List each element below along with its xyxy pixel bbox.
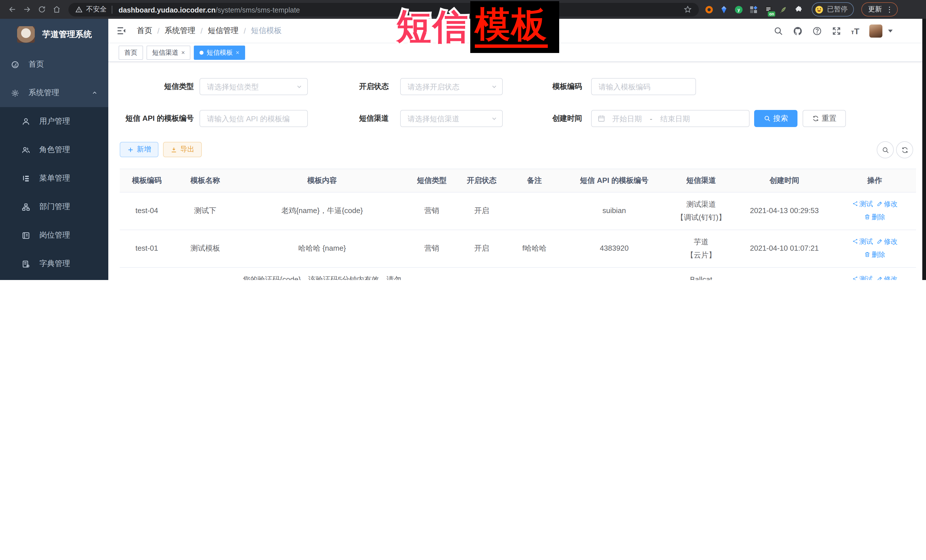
- share-icon: [852, 238, 858, 245]
- extension-list-on-icon[interactable]: on: [764, 5, 773, 14]
- close-icon[interactable]: ×: [236, 49, 239, 56]
- sms-template-table: 模板编码模板名称模板内容短信类型开启状态备注短信 API 的模板编号短信渠道创建…: [120, 169, 916, 280]
- fullscreen-icon[interactable]: [832, 26, 841, 36]
- tab-sms-template[interactable]: 短信模板×: [194, 45, 245, 60]
- breadcrumb-sms[interactable]: 短信管理: [208, 26, 239, 36]
- sidebar-item-0[interactable]: 首页: [0, 50, 108, 78]
- edit-link[interactable]: 修改: [876, 273, 897, 280]
- status-select[interactable]: [400, 78, 503, 95]
- cell-status: 开启: [456, 230, 507, 267]
- sidebar-item-7[interactable]: 字典管理: [0, 249, 108, 278]
- not-secure-warning-icon[interactable]: [75, 6, 83, 13]
- export-button[interactable]: 导出: [163, 142, 202, 157]
- breadcrumb-system[interactable]: 系统管理: [165, 26, 195, 36]
- tab-home[interactable]: 首页: [118, 45, 143, 60]
- extension-grid-icon[interactable]: [749, 5, 758, 14]
- extension-donut-icon[interactable]: [705, 5, 714, 14]
- reset-button[interactable]: 重置: [803, 110, 846, 127]
- show-search-button[interactable]: [877, 141, 894, 158]
- edit-link-label: 修改: [884, 273, 897, 280]
- template-code-input[interactable]: [592, 78, 695, 95]
- extension-gem-icon[interactable]: [719, 5, 728, 14]
- sms-type-select-input[interactable]: [200, 78, 296, 95]
- template-code-field[interactable]: [591, 78, 696, 95]
- browser-profile-chip[interactable]: 已暂停: [812, 2, 854, 17]
- sidebar-item-6[interactable]: 岗位管理: [0, 221, 108, 249]
- extension-feather-icon[interactable]: [779, 5, 788, 14]
- sms-channel-select-input[interactable]: [401, 110, 491, 127]
- dashboard-icon: [11, 60, 20, 69]
- cell-channel-tag: 【云片】: [673, 249, 729, 261]
- breadcrumb-home[interactable]: 首页: [137, 26, 152, 36]
- search-icon[interactable]: [773, 26, 783, 36]
- sidebar-item-label: 菜单管理: [39, 173, 70, 183]
- badge-icon: [22, 231, 30, 240]
- sidebar-item-2[interactable]: 用户管理: [0, 107, 108, 136]
- sidebar-item-1[interactable]: 系统管理: [0, 78, 108, 107]
- extension-puzzle-icon[interactable]: [793, 5, 803, 14]
- sms-type-select[interactable]: [200, 78, 308, 95]
- browser-reload-icon[interactable]: [35, 3, 48, 16]
- user-icon: [22, 117, 30, 125]
- kebab-menu-icon[interactable]: ⋮: [886, 6, 893, 13]
- sidebar-item-5[interactable]: 部门管理: [0, 193, 108, 221]
- test-link[interactable]: 测试: [852, 273, 873, 280]
- close-icon[interactable]: ×: [181, 49, 185, 56]
- browser-back-icon[interactable]: [5, 3, 19, 16]
- sms-channel-select[interactable]: [400, 110, 503, 127]
- cell-channel-name: 测试渠道: [673, 199, 729, 211]
- tab-sms-channel[interactable]: 短信渠道×: [147, 45, 191, 60]
- chevron-down-icon[interactable]: [888, 29, 893, 32]
- search-button[interactable]: 搜索: [754, 110, 797, 127]
- github-icon[interactable]: [793, 26, 803, 36]
- refresh-button[interactable]: [896, 141, 913, 158]
- extension-on-badge: on: [768, 11, 775, 16]
- cell-name: 测试模板: [174, 230, 236, 267]
- cell-remark: [507, 267, 561, 280]
- test-link[interactable]: 测试: [852, 235, 873, 247]
- delete-link[interactable]: 删除: [864, 249, 885, 260]
- table-row: test_02公告通知您的验证码{code}，该验证码5分钟内有效，请勿泄漏于他…: [120, 267, 916, 280]
- app-logo-row[interactable]: 芋道管理系统: [0, 19, 108, 50]
- tab-label: 短信渠道: [152, 48, 179, 57]
- font-size-icon[interactable]: тT: [851, 26, 859, 36]
- browser-toolbar: 不安全 dashboard.yudao.iocoder.cn/system/sm…: [0, 0, 926, 19]
- edit-link[interactable]: 修改: [876, 235, 897, 247]
- app-header: 首页 / 系统管理 / 短信管理 / 短信模板 тT: [108, 19, 922, 43]
- column-header-1: 模板名称: [174, 169, 236, 192]
- cell-actions: 测试修改删除: [834, 267, 916, 280]
- sidebar: 芋道管理系统 首页系统管理用户管理角色管理菜单管理部门管理岗位管理字典管理通知公…: [0, 19, 108, 280]
- sidebar-item-8[interactable]: 通知公告: [0, 278, 108, 280]
- end-date-input[interactable]: [654, 110, 697, 127]
- sidebar-collapse-icon[interactable]: [116, 26, 127, 36]
- sidebar-item-label: 用户管理: [39, 116, 70, 127]
- bookmark-star-icon[interactable]: [684, 5, 692, 14]
- test-link[interactable]: 测试: [852, 198, 873, 210]
- sidebar-item-3[interactable]: 角色管理: [0, 136, 108, 164]
- browser-home-icon[interactable]: [50, 3, 63, 16]
- address-bar[interactable]: 不安全 dashboard.yudao.iocoder.cn/system/sm…: [68, 3, 699, 16]
- sidebar-item-4[interactable]: 菜单管理: [0, 164, 108, 193]
- start-date-input[interactable]: [605, 110, 649, 127]
- date-range-picker[interactable]: -: [591, 110, 750, 127]
- security-label[interactable]: 不安全: [86, 5, 107, 14]
- edit-link[interactable]: 修改: [876, 198, 897, 210]
- cell-remark: [507, 192, 561, 230]
- cell-channel-tag: 【调试(钉钉)】: [673, 211, 729, 223]
- column-header-2: 模板内容: [236, 169, 407, 192]
- browser-forward-icon[interactable]: [20, 3, 33, 16]
- api-template-id-input[interactable]: [200, 110, 307, 127]
- delete-link[interactable]: 删除: [864, 211, 885, 223]
- page-url[interactable]: dashboard.yudao.iocoder.cn/system/sms/sm…: [118, 4, 300, 15]
- filter-label-api-template-id: 短信 API 的模板编号: [114, 110, 194, 127]
- extension-green-circle-icon[interactable]: y: [734, 5, 743, 14]
- dict-icon: [22, 260, 30, 268]
- cell-name: 测试下: [174, 192, 236, 230]
- status-select-input[interactable]: [401, 78, 491, 95]
- avatar[interactable]: [869, 24, 882, 37]
- browser-update-button[interactable]: 更新 ⋮: [861, 2, 898, 17]
- help-icon[interactable]: [812, 26, 822, 36]
- cell-type: 营销: [407, 192, 456, 230]
- add-button[interactable]: 新增: [120, 142, 159, 157]
- api-template-id-field[interactable]: [200, 110, 308, 127]
